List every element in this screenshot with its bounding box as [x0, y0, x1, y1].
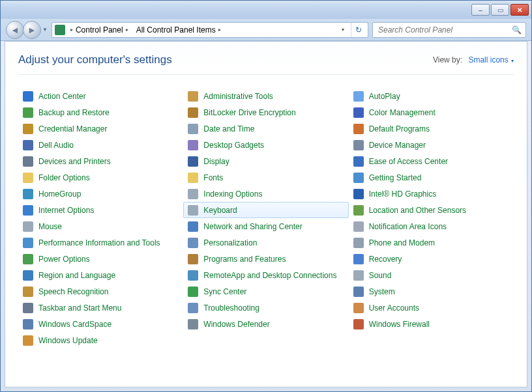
- item-speech-recognition[interactable]: Speech Recognition: [18, 283, 183, 300]
- item-label: Intel® HD Graphics: [369, 189, 437, 199]
- item-troubleshooting[interactable]: Troubleshooting: [183, 300, 348, 316]
- item-label: Windows CardSpace: [38, 320, 111, 329]
- item-taskbar-start-menu[interactable]: Taskbar and Start Menu: [18, 300, 183, 316]
- item-keyboard[interactable]: Keyboard: [183, 202, 348, 218]
- item-user-accounts[interactable]: User Accounts: [349, 300, 514, 316]
- search-input[interactable]: [377, 25, 512, 35]
- breadcrumb-item-0[interactable]: ▸ Control Panel ▸: [68, 23, 131, 37]
- chevron-right-icon: ▸: [126, 27, 128, 33]
- item-label: Desktop Gadgets: [203, 141, 264, 150]
- item-recovery-icon: [353, 254, 364, 264]
- item-label: Network and Sharing Center: [203, 222, 302, 231]
- chevron-down-icon: ▾: [510, 58, 514, 64]
- item-windows-defender[interactable]: Windows Defender: [183, 316, 348, 332]
- item-power-options[interactable]: Power Options: [18, 251, 183, 267]
- item-getting-started-icon: [353, 173, 364, 183]
- item-label: Programs and Features: [203, 255, 286, 264]
- item-phone-and-modem[interactable]: Phone and Modem: [349, 234, 514, 251]
- breadcrumb-label: Control Panel: [76, 25, 123, 35]
- item-label: AutoPlay: [369, 92, 400, 101]
- item-system-icon: [353, 287, 364, 297]
- view-by-label: View by:: [433, 55, 462, 64]
- maximize-button[interactable]: ▭: [491, 4, 509, 16]
- item-label: Windows Update: [38, 336, 98, 345]
- item-label: Phone and Modem: [369, 238, 435, 247]
- item-display[interactable]: Display: [183, 153, 348, 169]
- item-label: Windows Firewall: [369, 320, 430, 329]
- item-location-sensors-icon: [353, 205, 364, 216]
- item-windows-cardspace[interactable]: Windows CardSpace: [18, 316, 183, 332]
- forward-button[interactable]: ►: [23, 21, 41, 39]
- breadcrumb-item-1[interactable]: All Control Panel Items ▸: [134, 23, 224, 37]
- item-intel-hd-graphics[interactable]: Intel® HD Graphics: [349, 186, 514, 202]
- address-dropdown[interactable]: ▾: [338, 27, 348, 33]
- nav-history-dropdown[interactable]: ▼: [42, 27, 48, 33]
- item-color-management-icon: [353, 107, 364, 118]
- item-remoteapp[interactable]: RemoteApp and Desktop Connections: [183, 267, 348, 283]
- item-internet-options[interactable]: Internet Options: [18, 202, 183, 218]
- item-devices-and-printers-icon: [23, 156, 33, 167]
- item-desktop-gadgets[interactable]: Desktop Gadgets: [183, 137, 348, 153]
- item-autoplay[interactable]: AutoPlay: [349, 88, 514, 104]
- item-action-center[interactable]: Action Center: [18, 88, 183, 104]
- search-box[interactable]: 🔍: [372, 22, 526, 38]
- page-title: Adjust your computer's settings: [18, 53, 172, 66]
- item-performance-info[interactable]: Performance Information and Tools: [18, 234, 183, 251]
- item-indexing-options[interactable]: Indexing Options: [183, 186, 348, 202]
- refresh-button[interactable]: ↻: [351, 23, 365, 37]
- item-backup-and-restore[interactable]: Backup and Restore: [18, 104, 183, 120]
- item-windows-firewall[interactable]: Windows Firewall: [349, 316, 514, 332]
- view-by-value[interactable]: Small icons ▾: [468, 55, 514, 64]
- item-network-sharing[interactable]: Network and Sharing Center: [183, 218, 348, 234]
- minimize-button[interactable]: –: [471, 4, 490, 16]
- item-recovery[interactable]: Recovery: [349, 251, 514, 267]
- item-fonts[interactable]: Fonts: [183, 169, 348, 186]
- item-label: Action Center: [38, 92, 86, 101]
- item-label: Power Options: [38, 255, 90, 264]
- item-device-manager[interactable]: Device Manager: [349, 137, 514, 153]
- refresh-icon: ↻: [355, 25, 362, 35]
- item-notification-area-icon: [353, 221, 364, 232]
- breadcrumb[interactable]: ▸ Control Panel ▸ All Control Panel Item…: [52, 22, 368, 38]
- item-taskbar-start-menu-icon: [23, 303, 33, 313]
- item-credential-manager[interactable]: Credential Manager: [18, 120, 183, 137]
- item-dell-audio[interactable]: Dell Audio: [18, 137, 183, 153]
- item-devices-and-printers[interactable]: Devices and Printers: [18, 153, 183, 169]
- items-grid: Action CenterAdministrative ToolsAutoPla…: [18, 88, 514, 348]
- item-system[interactable]: System: [349, 283, 514, 300]
- item-folder-options[interactable]: Folder Options: [18, 169, 183, 186]
- item-administrative-tools[interactable]: Administrative Tools: [183, 88, 348, 104]
- item-keyboard-icon: [188, 205, 198, 216]
- nav-buttons: ◄ ► ▼: [6, 21, 48, 39]
- item-mouse[interactable]: Mouse: [18, 218, 183, 234]
- item-ease-of-access[interactable]: Ease of Access Center: [349, 153, 514, 169]
- item-label: System: [369, 287, 395, 296]
- content-area: Adjust your computer's settings View by:…: [5, 41, 527, 387]
- item-sound[interactable]: Sound: [349, 267, 514, 283]
- item-administrative-tools-icon: [188, 91, 198, 102]
- item-default-programs[interactable]: Default Programs: [349, 120, 514, 137]
- item-sync-center[interactable]: Sync Center: [183, 283, 348, 300]
- control-panel-icon: [55, 25, 65, 35]
- item-notification-area[interactable]: Notification Area Icons: [349, 218, 514, 234]
- item-bitlocker[interactable]: BitLocker Drive Encryption: [183, 104, 348, 120]
- item-personalization[interactable]: Personalization: [183, 234, 348, 251]
- item-date-and-time[interactable]: Date and Time: [183, 120, 348, 137]
- item-getting-started[interactable]: Getting Started: [349, 169, 514, 186]
- item-device-manager-icon: [353, 140, 364, 150]
- item-label: HomeGroup: [38, 189, 81, 199]
- item-indexing-options-icon: [188, 189, 198, 199]
- item-troubleshooting-icon: [188, 303, 198, 313]
- item-location-sensors[interactable]: Location and Other Sensors: [349, 202, 514, 218]
- item-homegroup[interactable]: HomeGroup: [18, 186, 183, 202]
- item-programs-features[interactable]: Programs and Features: [183, 251, 348, 267]
- back-button[interactable]: ◄: [6, 21, 24, 39]
- item-label: User Accounts: [369, 303, 419, 313]
- item-region-language[interactable]: Region and Language: [18, 267, 183, 283]
- close-button[interactable]: ✕: [510, 4, 529, 16]
- item-windows-update[interactable]: Windows Update: [18, 332, 183, 348]
- item-homegroup-icon: [23, 189, 33, 199]
- item-label: Ease of Access Center: [369, 157, 448, 166]
- item-color-management[interactable]: Color Management: [349, 104, 514, 120]
- control-panel-window: – ▭ ✕ ◄ ► ▼ ▸ Control Panel ▸ All Contro…: [0, 0, 532, 392]
